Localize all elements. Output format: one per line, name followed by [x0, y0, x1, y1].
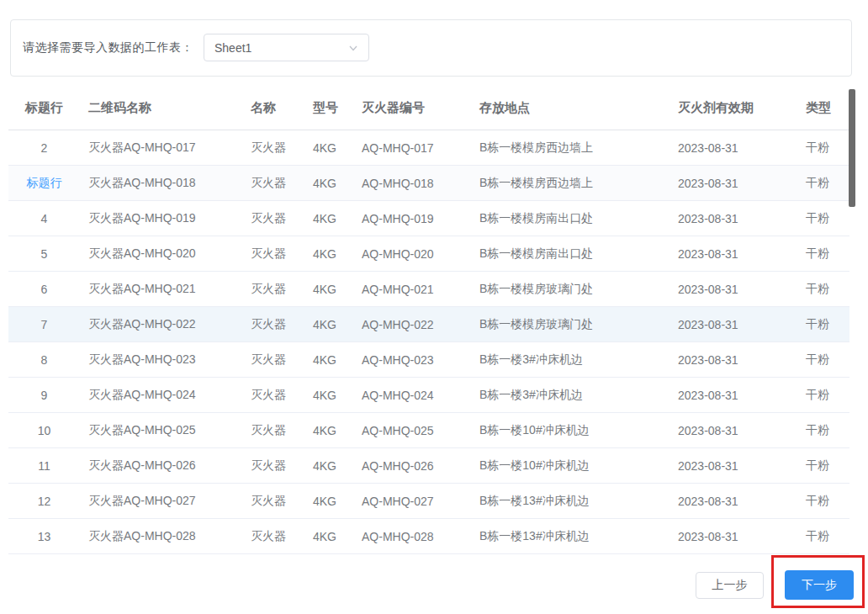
cell-location: B栋一楼模房南出口处	[471, 246, 670, 262]
cell-model: 4KG	[304, 495, 353, 508]
previous-step-button[interactable]: 上一步	[696, 572, 764, 599]
worksheet-select-section: 请选择需要导入数据的工作表： Sheet1	[10, 19, 852, 77]
cell-location: B栋一楼3#冲床机边	[471, 352, 670, 368]
cell-location: B栋一楼10#冲床机边	[471, 458, 670, 474]
title-row-link[interactable]: 标题行	[8, 176, 80, 191]
cell-code: AQ-MHQ-018	[353, 177, 471, 190]
cell-location: B栋一楼13#冲床机边	[471, 494, 670, 509]
cell-location: B栋一楼13#冲床机边	[471, 529, 670, 544]
cell-code: AQ-MHQ-028	[353, 530, 471, 543]
cell-code: AQ-MHQ-027	[353, 495, 471, 508]
table-row: 9灭火器AQ-MHQ-024灭火器4KGAQ-MHQ-024B栋一楼3#冲床机边…	[8, 378, 849, 413]
cell-location: B栋一楼模房西边墙上	[471, 140, 670, 156]
preview-table: 标题行二维码名称名称型号灭火器编号存放地点灭火剂有效期类型 2灭火器AQ-MHQ…	[8, 87, 849, 554]
cell-type: 干粉	[797, 458, 849, 474]
cell-code: AQ-MHQ-022	[353, 318, 471, 331]
cell-code: AQ-MHQ-025	[353, 424, 471, 437]
cell-qr_name: 灭火器AQ-MHQ-024	[80, 388, 242, 403]
table-row: 4灭火器AQ-MHQ-019灭火器4KGAQ-MHQ-019B栋一楼模房南出口处…	[8, 201, 849, 236]
worksheet-selected-value: Sheet1	[214, 41, 251, 55]
cell-row_no: 7	[8, 318, 80, 331]
cell-qr_name: 灭火器AQ-MHQ-025	[80, 423, 242, 438]
cell-expiry: 2023-08-31	[670, 389, 797, 402]
cell-qr_name: 灭火器AQ-MHQ-022	[80, 317, 242, 332]
cell-code: AQ-MHQ-023	[353, 353, 471, 367]
column-header-model: 型号	[304, 100, 353, 116]
cell-location: B栋一楼模房西边墙上	[471, 176, 670, 191]
cell-name: 灭火器	[242, 458, 304, 474]
cell-code: AQ-MHQ-021	[353, 283, 471, 296]
cell-qr_name: 灭火器AQ-MHQ-019	[80, 211, 242, 226]
cell-qr_name: 灭火器AQ-MHQ-027	[80, 494, 242, 509]
cell-row_no: 10	[8, 424, 80, 437]
cell-model: 4KG	[304, 318, 353, 331]
cell-expiry: 2023-08-31	[670, 424, 797, 437]
cell-name: 灭火器	[242, 423, 304, 438]
worksheet-select-label: 请选择需要导入数据的工作表：	[23, 40, 193, 56]
cell-model: 4KG	[304, 247, 353, 261]
cell-location: B栋一楼10#冲床机边	[471, 423, 670, 438]
table-row: 13灭火器AQ-MHQ-028灭火器4KGAQ-MHQ-028B栋一楼13#冲床…	[8, 519, 849, 554]
cell-model: 4KG	[304, 389, 353, 402]
cell-expiry: 2023-08-31	[670, 283, 797, 296]
table-header-row: 标题行二维码名称名称型号灭火器编号存放地点灭火剂有效期类型	[8, 87, 849, 130]
cell-expiry: 2023-08-31	[670, 141, 797, 155]
cell-row_no: 6	[8, 283, 80, 296]
cell-type: 干粉	[797, 246, 849, 262]
cell-model: 4KG	[304, 424, 353, 437]
cell-code: AQ-MHQ-024	[353, 389, 471, 402]
cell-type: 干粉	[797, 211, 849, 226]
column-header-type: 类型	[797, 100, 849, 116]
cell-row_no: 11	[8, 459, 80, 473]
table-row: 6灭火器AQ-MHQ-021灭火器4KGAQ-MHQ-021B栋一楼模房玻璃门处…	[8, 272, 849, 307]
table-row: 11灭火器AQ-MHQ-026灭火器4KGAQ-MHQ-026B栋一楼10#冲床…	[8, 448, 849, 484]
cell-qr_name: 灭火器AQ-MHQ-026	[80, 458, 242, 474]
cell-name: 灭火器	[242, 494, 304, 509]
cell-expiry: 2023-08-31	[670, 212, 797, 225]
cell-model: 4KG	[304, 459, 353, 473]
table-scrollbar-thumb[interactable]	[849, 89, 855, 207]
cell-type: 干粉	[797, 317, 849, 332]
worksheet-select[interactable]: Sheet1	[204, 34, 369, 61]
cell-name: 灭火器	[242, 176, 304, 191]
cell-row_no: 5	[8, 247, 80, 261]
table-row: 2灭火器AQ-MHQ-017灭火器4KGAQ-MHQ-017B栋一楼模房西边墙上…	[8, 130, 849, 166]
cell-model: 4KG	[304, 283, 353, 296]
cell-row_no: 2	[8, 141, 80, 155]
cell-qr_name: 灭火器AQ-MHQ-021	[80, 282, 242, 297]
cell-type: 干粉	[797, 282, 849, 297]
cell-name: 灭火器	[242, 282, 304, 297]
cell-name: 灭火器	[242, 529, 304, 544]
cell-type: 干粉	[797, 529, 849, 544]
cell-type: 干粉	[797, 388, 849, 403]
next-step-button[interactable]: 下一步	[785, 570, 854, 600]
cell-code: AQ-MHQ-020	[353, 247, 471, 261]
cell-expiry: 2023-08-31	[670, 247, 797, 261]
cell-code: AQ-MHQ-017	[353, 141, 471, 155]
cell-model: 4KG	[304, 212, 353, 225]
cell-type: 干粉	[797, 140, 849, 156]
cell-row_no: 12	[8, 495, 80, 508]
cell-name: 灭火器	[242, 388, 304, 403]
cell-type: 干粉	[797, 494, 849, 509]
cell-model: 4KG	[304, 530, 353, 543]
table-row: 5灭火器AQ-MHQ-020灭火器4KGAQ-MHQ-020B栋一楼模房南出口处…	[8, 236, 849, 272]
cell-row_no: 9	[8, 389, 80, 402]
cell-qr_name: 灭火器AQ-MHQ-028	[80, 529, 242, 544]
table-row: 8灭火器AQ-MHQ-023灭火器4KGAQ-MHQ-023B栋一楼3#冲床机边…	[8, 342, 849, 378]
cell-expiry: 2023-08-31	[670, 495, 797, 508]
table-body: 2灭火器AQ-MHQ-017灭火器4KGAQ-MHQ-017B栋一楼模房西边墙上…	[8, 130, 849, 554]
cell-name: 灭火器	[242, 211, 304, 226]
table-row: 10灭火器AQ-MHQ-025灭火器4KGAQ-MHQ-025B栋一楼10#冲床…	[8, 413, 849, 448]
cell-code: AQ-MHQ-026	[353, 459, 471, 473]
table-row: 12灭火器AQ-MHQ-027灭火器4KGAQ-MHQ-027B栋一楼13#冲床…	[8, 484, 849, 519]
cell-type: 干粉	[797, 352, 849, 368]
column-header-row_no: 标题行	[8, 100, 80, 116]
cell-row_no: 13	[8, 530, 80, 543]
cell-location: B栋一楼模房南出口处	[471, 211, 670, 226]
column-header-code: 灭火器编号	[353, 100, 471, 116]
cell-expiry: 2023-08-31	[670, 318, 797, 331]
cell-location: B栋一楼模房玻璃门处	[471, 317, 670, 332]
chevron-down-icon	[348, 43, 358, 53]
cell-qr_name: 灭火器AQ-MHQ-020	[80, 246, 242, 262]
